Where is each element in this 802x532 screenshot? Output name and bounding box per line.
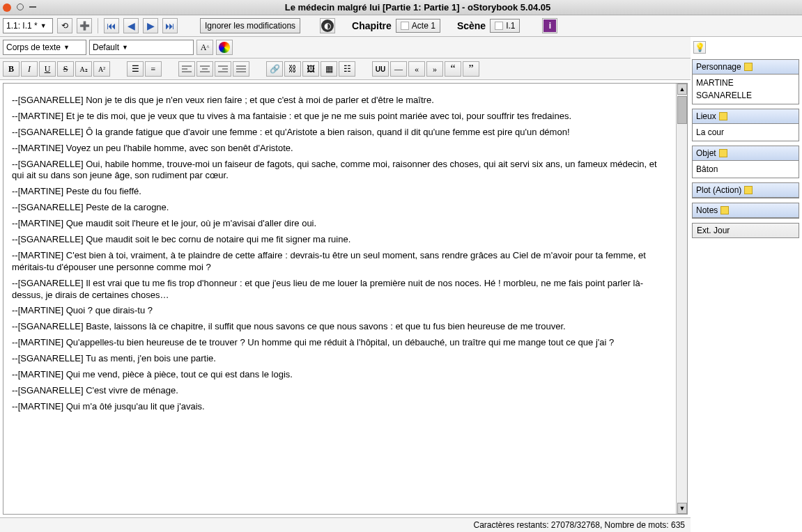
edit-toolbar: B I U S A₂ A² ☰ ≡ bbox=[0, 58, 691, 80]
status-bar: Caractères restants: 27078/32768, Nombre… bbox=[0, 517, 691, 532]
side-panel: 💡 Personnage MARTINESGANARELLE Lieux La … bbox=[691, 37, 802, 532]
script-line: --[MARTINE] Peste du fou fieffé. bbox=[12, 186, 668, 198]
script-line: --[SGANARELLE] Tu as menti, j'en bois un… bbox=[12, 353, 668, 365]
locations-header[interactable]: Lieux bbox=[693, 109, 799, 124]
titlebar: Le médecin malgré lui [Partie 1: Partie … bbox=[0, 0, 802, 15]
script-line: --[MARTINE] Qui m'a ôté jusqu'au lit que… bbox=[12, 401, 668, 413]
edit-icon[interactable] bbox=[744, 63, 753, 71]
raquo-icon[interactable]: » bbox=[426, 61, 443, 77]
info-icon[interactable]: i bbox=[542, 18, 557, 33]
notes-header[interactable]: Notes bbox=[693, 203, 799, 218]
align-center-icon[interactable] bbox=[196, 61, 213, 77]
strike-icon[interactable]: S bbox=[57, 61, 74, 77]
table-icon[interactable]: ▦ bbox=[321, 61, 337, 77]
image-icon[interactable]: 🖼 bbox=[302, 61, 319, 77]
ignore-button[interactable]: Ignorer les modifications bbox=[200, 18, 300, 33]
scroll-down-icon[interactable]: ▼ bbox=[677, 503, 687, 514]
main-toolbar: 1.1: I.1 *▼ ⟲ ➕ ⏮ ◀ ▶ ⏭ Ignorer les modi… bbox=[0, 15, 802, 37]
align-justify-icon[interactable] bbox=[233, 61, 249, 77]
close-icon[interactable] bbox=[3, 3, 11, 12]
notes-panel: Notes bbox=[692, 203, 799, 219]
list-item[interactable]: SGANARELLE bbox=[696, 89, 795, 102]
script-line: --[SGANARELLE] Peste de la carogne. bbox=[12, 202, 668, 214]
unlink-icon[interactable]: ⛓ bbox=[284, 61, 301, 77]
scene-combo[interactable]: 1.1: I.1 *▼ bbox=[3, 18, 53, 33]
script-line: --[MARTINE] Qui me vend, pièce à pièce, … bbox=[12, 369, 668, 381]
edit-icon[interactable] bbox=[719, 149, 727, 157]
objects-panel: Objet Bâton bbox=[692, 146, 799, 178]
script-line: --[SGANARELLE] Il est vrai que tu me fis… bbox=[12, 278, 668, 302]
superscript-icon[interactable]: A² bbox=[93, 61, 110, 77]
last-icon[interactable]: ⏭ bbox=[162, 18, 178, 33]
plot-header[interactable]: Plot (Action) bbox=[693, 183, 799, 198]
idea-icon[interactable]: 💡 bbox=[693, 41, 706, 54]
maximize-icon[interactable] bbox=[17, 3, 24, 10]
minimize-icon[interactable] bbox=[29, 6, 36, 8]
format-toolbar: Corps de texte▼ Default▼ A^ bbox=[0, 37, 691, 58]
first-icon[interactable]: ⏮ bbox=[104, 18, 119, 33]
script-line: --[SGANARELLE] Baste, laissons là ce cha… bbox=[12, 321, 668, 333]
script-line: --[MARTINE] C'est bien à toi, vraiment, … bbox=[12, 250, 668, 274]
scroll-thumb[interactable] bbox=[677, 96, 687, 124]
list-ul-icon[interactable]: ≡ bbox=[145, 61, 162, 77]
laquo-icon[interactable]: « bbox=[408, 61, 425, 77]
refresh-icon[interactable]: ⟲ bbox=[57, 18, 72, 33]
font-size-icon[interactable]: A^ bbox=[196, 40, 213, 55]
script-line: --[SGANARELLE] Ô la grande fatigue que d… bbox=[12, 127, 668, 139]
script-line: --[SGANARELLE] C'est vivre de ménage. bbox=[12, 385, 668, 397]
script-line: --[MARTINE] Qu'appelles-tu bien heureuse… bbox=[12, 337, 668, 349]
globe-icon[interactable]: ◐ bbox=[320, 18, 335, 33]
locations-panel: Lieux La cour bbox=[692, 109, 799, 141]
scrollbar[interactable]: ▲ ▼ bbox=[676, 84, 687, 514]
subscript-icon[interactable]: A₂ bbox=[75, 61, 92, 77]
editor-textarea[interactable]: --[SGANARELLE] Non je te dis que je n'en… bbox=[3, 84, 676, 514]
objects-header[interactable]: Objet bbox=[693, 146, 799, 161]
edit-icon[interactable] bbox=[720, 206, 729, 214]
script-line: --[SGANARELLE] Oui, habile homme, trouve… bbox=[12, 159, 668, 182]
prev-icon[interactable]: ◀ bbox=[123, 18, 139, 33]
characters-panel: Personnage MARTINESGANARELLE bbox=[692, 59, 799, 104]
list-ol-icon[interactable]: ☰ bbox=[127, 61, 144, 77]
chapter-chip[interactable]: Acte 1 bbox=[396, 19, 440, 33]
characters-header[interactable]: Personnage bbox=[693, 60, 799, 75]
align-left-icon[interactable] bbox=[178, 61, 195, 77]
font-combo[interactable]: Default▼ bbox=[89, 40, 194, 55]
list-item[interactable]: La cour bbox=[696, 126, 795, 139]
script-line: --[MARTINE] Que maudit soit l'heure et l… bbox=[12, 218, 668, 230]
rquote-icon[interactable]: ” bbox=[463, 61, 479, 77]
bold-icon[interactable]: B bbox=[3, 61, 20, 77]
add-icon[interactable]: ➕ bbox=[77, 18, 92, 33]
script-line: --[MARTINE] Et je te dis moi, que je veu… bbox=[12, 111, 668, 123]
scroll-up-icon[interactable]: ▲ bbox=[677, 84, 687, 95]
list-item[interactable]: Bâton bbox=[696, 163, 795, 175]
scene-label: Scène bbox=[457, 20, 486, 31]
script-line: --[MARTINE] Voyez un peu l'habile homme,… bbox=[12, 143, 668, 155]
link-icon[interactable]: 🔗 bbox=[266, 61, 283, 77]
italic-icon[interactable]: I bbox=[21, 61, 38, 77]
color-icon[interactable] bbox=[216, 40, 233, 55]
ext-jour-item[interactable]: Ext. Jour bbox=[692, 223, 799, 238]
list-item[interactable]: MARTINE bbox=[696, 77, 795, 89]
chapter-label: Chapitre bbox=[352, 20, 392, 31]
nbsp-icon[interactable]: UU bbox=[372, 61, 389, 77]
script-line: --[MARTINE] Quoi ? que dirais-tu ? bbox=[12, 305, 668, 317]
window-title: Le médecin malgré lui [Partie 1: Partie … bbox=[36, 2, 799, 13]
next-icon[interactable]: ▶ bbox=[143, 18, 158, 33]
style-combo[interactable]: Corps de texte▼ bbox=[3, 40, 86, 55]
dash-icon[interactable]: — bbox=[390, 61, 407, 77]
align-right-icon[interactable] bbox=[215, 61, 231, 77]
edit-icon[interactable] bbox=[744, 186, 753, 194]
plot-panel: Plot (Action) bbox=[692, 182, 799, 198]
lquote-icon[interactable]: “ bbox=[445, 61, 461, 77]
edit-icon[interactable] bbox=[719, 112, 727, 120]
scene-chip[interactable]: I.1 bbox=[490, 19, 520, 33]
underline-icon[interactable]: U bbox=[39, 61, 56, 77]
script-line: --[SGANARELLE] Non je te dis que je n'en… bbox=[12, 95, 668, 107]
script-line: --[SGANARELLE] Que maudit soit le bec co… bbox=[12, 234, 668, 246]
hr-icon[interactable]: ☷ bbox=[339, 61, 355, 77]
